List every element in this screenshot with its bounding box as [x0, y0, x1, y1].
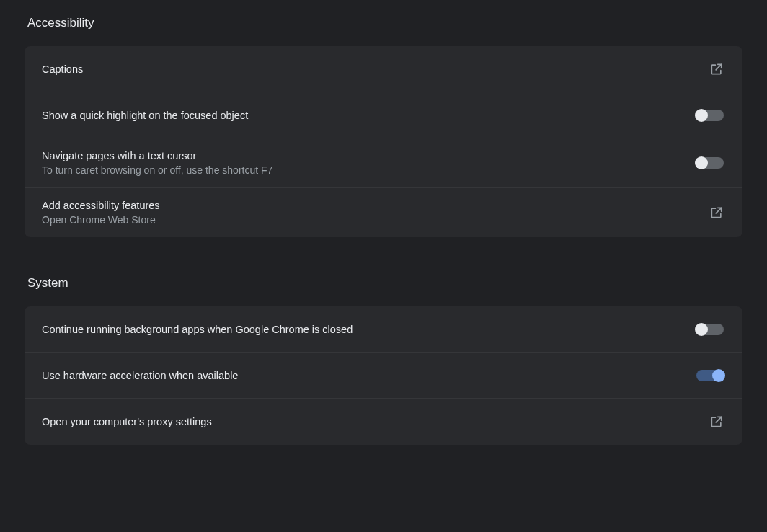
- add-features-label: Add accessibility features: [42, 200, 160, 211]
- caret-browsing-label: Navigate pages with a text cursor: [42, 150, 272, 161]
- row-add-accessibility-features[interactable]: Add accessibility features Open Chrome W…: [25, 188, 742, 237]
- caret-browsing-sublabel: To turn caret browsing on or off, use th…: [42, 164, 272, 176]
- row-background-apps[interactable]: Continue running background apps when Go…: [25, 306, 742, 353]
- row-captions[interactable]: Captions: [25, 46, 742, 92]
- background-apps-toggle[interactable]: [696, 324, 724, 335]
- system-card: Continue running background apps when Go…: [25, 306, 742, 445]
- background-apps-label: Continue running background apps when Go…: [42, 324, 353, 335]
- external-link-icon: [709, 205, 725, 220]
- hardware-acceleration-label: Use hardware acceleration when available: [42, 370, 238, 381]
- captions-label: Captions: [42, 63, 83, 75]
- row-proxy-settings[interactable]: Open your computer's proxy settings: [25, 399, 742, 445]
- settings-content: Accessibility Captions Show a quick high…: [0, 0, 767, 445]
- row-focus-highlight[interactable]: Show a quick highlight on the focused ob…: [25, 92, 742, 138]
- caret-browsing-toggle[interactable]: [696, 157, 724, 169]
- section-title-system: System: [27, 276, 742, 291]
- row-hardware-acceleration[interactable]: Use hardware acceleration when available: [25, 353, 742, 399]
- external-link-icon: [709, 62, 725, 76]
- focus-highlight-label: Show a quick highlight on the focused ob…: [42, 110, 248, 121]
- add-features-sublabel: Open Chrome Web Store: [42, 214, 160, 226]
- section-title-accessibility: Accessibility: [27, 16, 742, 30]
- external-link-icon: [709, 414, 725, 429]
- hardware-acceleration-toggle[interactable]: [696, 370, 724, 381]
- accessibility-card: Captions Show a quick highlight on the f…: [25, 46, 742, 237]
- row-caret-browsing[interactable]: Navigate pages with a text cursor To tur…: [25, 138, 742, 188]
- proxy-settings-label: Open your computer's proxy settings: [42, 416, 212, 427]
- focus-highlight-toggle[interactable]: [696, 110, 724, 121]
